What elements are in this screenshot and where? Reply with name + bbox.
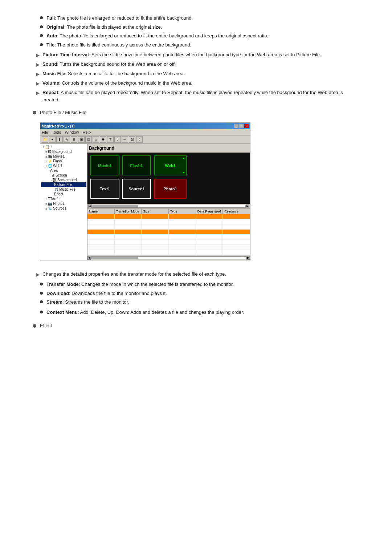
- win-toolbar: 📁 ● T A B ▣ ▤ ⌂ ◉ T b ↩ 🖫 0: [40, 135, 250, 144]
- tb-btn-c[interactable]: ▣: [78, 136, 85, 143]
- tree-panel: ± 📋 1 ± 🖼 Background ± 🎬 Movie1 ± ⚡: [40, 144, 87, 260]
- tb-btn-e[interactable]: ⌂: [93, 136, 99, 143]
- tb-btn-g[interactable]: T: [107, 136, 114, 143]
- sub-bullet-download: Download: Downloads the file to the moni…: [40, 290, 359, 297]
- bullet-dot: [40, 43, 43, 46]
- menu-file[interactable]: File: [42, 130, 48, 134]
- tree-item-root[interactable]: ± 📋 1: [41, 145, 86, 149]
- scrollbar-bottom-thumb: [91, 257, 138, 259]
- tb-btn-b[interactable]: B: [71, 136, 77, 143]
- col-name: Name: [87, 209, 115, 214]
- tree-item-bg[interactable]: - 🖼 Background: [41, 178, 86, 182]
- tb-btn-j[interactable]: 🖫: [129, 136, 135, 143]
- canvas-box-text1: Text1: [90, 179, 119, 199]
- menu-help[interactable]: Help: [83, 130, 91, 134]
- arrow-icon: ▶: [36, 80, 40, 87]
- bullet-dot: [40, 283, 43, 285]
- bullet-full: Full: The photo file is enlarged or redu…: [40, 15, 359, 22]
- tree-item-background[interactable]: ± 🖼 Background: [41, 149, 86, 154]
- table-row[interactable]: [87, 214, 250, 219]
- app-screenshot: MagicNetPro 1 - [1] _ □ ✕ File Tools Win…: [40, 122, 250, 260]
- table-header: Name Transition Mode Size Type Date Regi…: [87, 209, 250, 214]
- tb-btn-1[interactable]: 📁: [42, 136, 48, 143]
- table-row[interactable]: [87, 245, 250, 250]
- scroll-bottom-left-btn[interactable]: ◀: [87, 256, 91, 260]
- win-controls[interactable]: _ □ ✕: [234, 124, 249, 128]
- arrow-picture-time: ▶ Picture Time Interval: Sets the slide …: [33, 51, 359, 58]
- tree-item-screen[interactable]: 🖥 Screen: [41, 173, 86, 178]
- col-date: Date Registered: [196, 209, 223, 214]
- table-row[interactable]: [87, 230, 250, 235]
- tb-btn-k[interactable]: 0: [136, 136, 143, 143]
- canvas-box-source1: Source1: [122, 179, 151, 199]
- scroll-bottom-right-btn[interactable]: ▶: [246, 256, 250, 260]
- tb-btn-i[interactable]: ↩: [122, 136, 128, 143]
- canvas-box-web1: Web1: [154, 155, 187, 175]
- bullet-dot: [40, 16, 43, 19]
- tree-item-text1[interactable]: ± T Text1: [41, 197, 86, 201]
- effect-dot: [33, 324, 36, 328]
- tb-btn-a[interactable]: A: [64, 136, 70, 143]
- tree-item-web1[interactable]: ± 🌐 Web1: [41, 163, 86, 168]
- scrollbar-thumb: [92, 205, 138, 207]
- bottom-scrollbar[interactable]: ◀ ▶: [87, 255, 250, 260]
- tree-item-picture-file[interactable]: Picture File: [41, 182, 86, 187]
- tree-item-movie1[interactable]: ± 🎬 Movie1: [41, 154, 86, 159]
- bullet-dot: [40, 300, 43, 303]
- sub-bullet-stream: Stream: Streams the file to the monitor.: [40, 299, 359, 306]
- bullet-dot: [40, 292, 43, 295]
- effect-section: Effect: [33, 323, 359, 328]
- arrow-repeat: ▶ Repeat: A music file can be played rep…: [33, 89, 359, 103]
- canvas-content: Movie1 Flash1 Web1 Text1 Source1 Photo1: [87, 153, 250, 204]
- win-close-btn[interactable]: ✕: [244, 124, 249, 128]
- top-bullet-list: Full: The photo file is enlarged or redu…: [33, 15, 359, 48]
- tb-btn-d[interactable]: ▤: [85, 136, 92, 143]
- menu-window[interactable]: Window: [65, 130, 79, 134]
- tb-btn-h[interactable]: b: [114, 136, 121, 143]
- col-transition: Transition Mode: [115, 209, 142, 214]
- tree-item-area[interactable]: - Area: [41, 168, 86, 173]
- canvas-wrapper: Background Movie1 Flash1 Web1 Text1: [87, 144, 250, 260]
- tb-btn-t[interactable]: T: [56, 136, 63, 143]
- tree-item-source1[interactable]: ± 📡 Source1: [41, 206, 86, 211]
- arrow-icon: ▶: [36, 61, 40, 68]
- context-bullet: Context Menu: Add, Delete, Up, Down: Add…: [40, 309, 359, 316]
- table-row[interactable]: [87, 240, 250, 245]
- win-menubar: File Tools Window Help: [40, 129, 250, 135]
- table-row[interactable]: [87, 224, 250, 230]
- arrow-volume: ▶ Volume: Controls the volume of the bac…: [33, 80, 359, 87]
- bullet-original: Original: The photo file is displayed at…: [40, 24, 359, 31]
- section-dot: [33, 111, 36, 114]
- canvas-box-movie1: Movie1: [90, 155, 119, 175]
- table-row[interactable]: [87, 250, 250, 255]
- win-maximize-btn[interactable]: □: [239, 124, 244, 128]
- menu-tools[interactable]: Tools: [52, 130, 61, 134]
- scrollbar-horizontal[interactable]: [92, 205, 246, 208]
- tree-item-flash1[interactable]: ± ⚡ Flash1: [41, 159, 86, 163]
- canvas-box-photo1: Photo1: [154, 179, 187, 199]
- arrow-icon: ▶: [36, 71, 40, 77]
- tb-btn-2[interactable]: ●: [49, 136, 56, 143]
- win-minimize-btn[interactable]: _: [234, 124, 238, 128]
- arrow-icon: ▶: [36, 52, 40, 58]
- tree-item-music-file[interactable]: 🎵 Music File: [41, 187, 86, 192]
- context-bullet-list: Context Menu: Add, Delete, Up, Down: Add…: [33, 309, 359, 316]
- canvas-box-flash1: Flash1: [122, 155, 151, 175]
- table-row[interactable]: [87, 219, 250, 224]
- tree-item-photo1[interactable]: ± 📷 Photo1: [41, 201, 86, 206]
- timeline-scroll[interactable]: ◀ ▶: [87, 204, 250, 209]
- arrow-icon-desc: ▶: [36, 271, 40, 278]
- win-titlebar: MagicNetPro 1 - [1] _ □ ✕: [40, 123, 250, 129]
- scrollbar-bottom-horizontal[interactable]: [91, 256, 246, 259]
- tb-btn-f[interactable]: ◉: [100, 136, 106, 143]
- arrow-items-list: ▶ Picture Time Interval: Sets the slide …: [33, 51, 359, 103]
- photo-music-section-header: Photo File / Music File: [33, 110, 359, 115]
- content-area: Full: The photo file is enlarged or redu…: [33, 15, 359, 328]
- table-row[interactable]: [87, 235, 250, 240]
- tree-item-effect[interactable]: Effect: [41, 192, 86, 197]
- canvas-title: Background: [87, 144, 250, 153]
- scroll-left-btn[interactable]: ◀: [88, 204, 92, 208]
- desc-main-item: ▶ Changes the detailed properties and th…: [33, 271, 359, 278]
- scroll-right-btn[interactable]: ▶: [246, 204, 249, 208]
- arrow-icon: ▶: [36, 90, 40, 96]
